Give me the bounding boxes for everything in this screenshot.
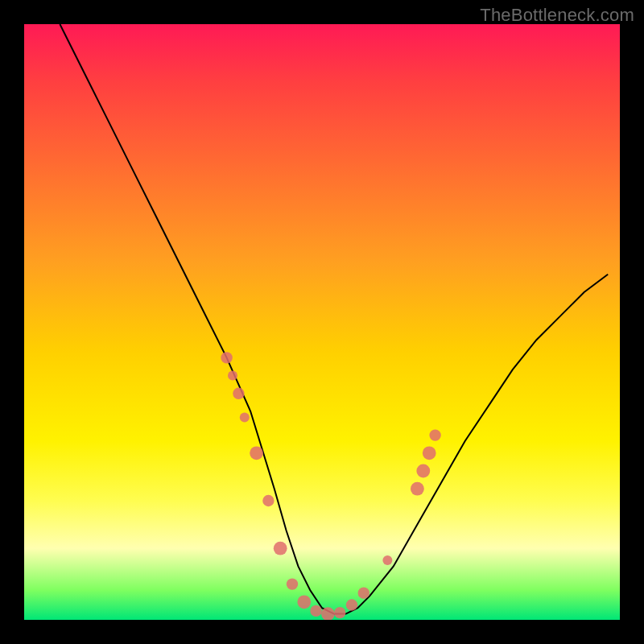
watermark-text: TheBottleneck.com [480, 5, 634, 26]
bottleneck-curve [60, 24, 608, 614]
highlight-dot [334, 607, 345, 618]
highlight-dot [416, 464, 430, 478]
highlight-dot [358, 588, 369, 599]
highlight-dot [310, 605, 321, 617]
highlight-dot [250, 446, 263, 460]
highlight-dot [262, 495, 274, 506]
plot-area [24, 24, 620, 620]
highlight-dots [221, 352, 440, 620]
highlight-dot [228, 371, 237, 381]
highlight-dot [411, 482, 424, 496]
highlight-dot [240, 412, 250, 422]
highlight-dot [233, 388, 244, 399]
highlight-dot [287, 578, 298, 589]
highlight-dot [221, 352, 232, 363]
highlight-dot [423, 446, 436, 460]
highlight-dot [382, 555, 392, 565]
chart-svg [24, 24, 620, 620]
highlight-dot [274, 542, 287, 555]
highlight-dot [297, 595, 311, 609]
chart-frame: TheBottleneck.com [0, 0, 644, 644]
highlight-dot [346, 599, 357, 610]
highlight-dot [429, 429, 440, 440]
